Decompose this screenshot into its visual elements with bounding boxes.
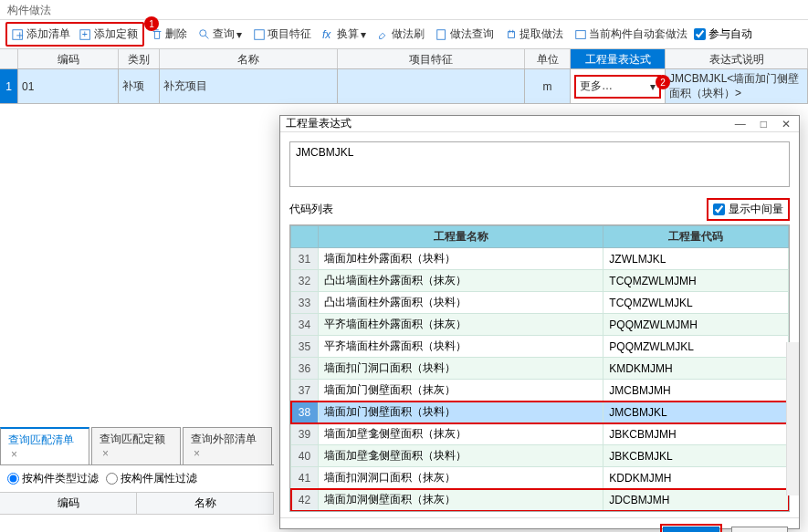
- show-mid-checkbox[interactable]: 显示中间量: [707, 198, 790, 221]
- filter-by-attr[interactable]: 按构件属性过滤: [106, 471, 197, 486]
- table-row[interactable]: 42墙面加洞侧壁面积（抹灰）JDCBMJMH: [291, 489, 789, 511]
- filter-by-type[interactable]: 按构件类型过滤: [7, 471, 99, 486]
- grid-row[interactable]: 1 01 补项 补充项目 m 更多… ▾ JMCBMJKL<墙面加门侧壁面积（块…: [0, 69, 808, 104]
- extract-button[interactable]: 提取做法: [500, 24, 568, 45]
- grid-header-expression[interactable]: 工程量表达式: [571, 49, 666, 68]
- tab-external-list[interactable]: 查询外部清单×: [183, 427, 272, 464]
- dialog-titlebar[interactable]: 工程量表达式 — □ ✕: [280, 116, 799, 132]
- table-row[interactable]: 36墙面扣门洞口面积（块料）KMDKMJMH: [291, 358, 789, 380]
- row-code[interactable]: 01: [18, 69, 119, 104]
- auto-checkbox-label: 参与自动: [708, 26, 752, 42]
- row-index: 34: [291, 314, 319, 336]
- svg-line-6: [205, 35, 209, 38]
- col-code[interactable]: 工程量代码: [603, 226, 789, 248]
- step-badge-2: 2: [656, 75, 670, 89]
- table-row[interactable]: 34平齐墙面柱外露面积（抹灰）PQQMZWLMJMH: [291, 314, 789, 336]
- row-category[interactable]: 补项: [119, 69, 160, 104]
- table-row[interactable]: 39墙面加壁龛侧壁面积（抹灰）JBKCBMJMH: [291, 423, 789, 445]
- tab-label: 查询外部清单: [191, 433, 257, 445]
- row-name: 凸出墙面柱外露面积（抹灰）: [319, 270, 603, 292]
- expression-more-button[interactable]: 更多… ▾: [574, 75, 661, 99]
- codelist-label-row: 代码列表 显示中间量: [289, 198, 790, 221]
- item-feature-button[interactable]: 项目特征: [248, 24, 316, 45]
- grid-header-desc[interactable]: 表达式说明: [666, 49, 808, 68]
- auto-checkbox[interactable]: 参与自动: [694, 26, 752, 42]
- filter-col-name[interactable]: 名称: [137, 493, 274, 514]
- dialog-buttons: 确定 取消: [660, 524, 788, 532]
- svg-text:+: +: [82, 28, 88, 39]
- filter-row: 按构件类型过滤 按构件属性过滤: [0, 465, 274, 492]
- vertical-scrollbar[interactable]: [786, 342, 799, 495]
- row-code: JMCBMJMH: [603, 380, 789, 402]
- codelist-label: 代码列表: [289, 202, 333, 217]
- tab-match-quota[interactable]: 查询匹配定额×: [91, 427, 181, 464]
- table-row[interactable]: 32凸出墙面柱外露面积（抹灰）TCQMZWLMJMH: [291, 270, 789, 292]
- toolbar-highlight-group: 添加清单 + 添加定额: [5, 22, 144, 47]
- table-row[interactable]: 41墙面扣洞洞口面积（抹灰）KDDKMJMH: [291, 467, 789, 489]
- show-mid-checkbox-input[interactable]: [713, 203, 725, 215]
- minimize-button[interactable]: —: [732, 118, 749, 130]
- query-button[interactable]: 查询 ▾: [194, 24, 247, 45]
- brush-button[interactable]: 做法刷: [373, 24, 429, 45]
- row-feature[interactable]: [338, 69, 525, 104]
- expression-dialog: 工程量表达式 — □ ✕ JMCBMJKL 代码列表 显示中间量 工程量名称 工…: [279, 115, 800, 529]
- row-code: JDCBMJMH: [603, 489, 789, 511]
- expression-input[interactable]: JMCBMJKL: [289, 141, 790, 187]
- grid-header-name[interactable]: 名称: [160, 49, 338, 68]
- feature-icon: [253, 28, 266, 41]
- table-row[interactable]: 40墙面加壁龛侧壁面积（块料）JBKCBMJKL: [291, 445, 789, 467]
- row-code: PQQMZWLMJKL: [603, 336, 789, 358]
- table-row[interactable]: 37墙面加门侧壁面积（抹灰）JMCBMJMH: [291, 380, 789, 402]
- radio-label: 按构件类型过滤: [22, 471, 99, 486]
- extract-icon: [505, 28, 518, 41]
- row-index: 32: [291, 270, 319, 292]
- table-row[interactable]: 31墙面加柱外露面积（块料）JZWLMJKL: [291, 248, 789, 270]
- code-table: 工程量名称 工程量代码 31墙面加柱外露面积（块料）JZWLMJKL32凸出墙面…: [290, 225, 789, 511]
- row-expression-cell[interactable]: 更多… ▾: [571, 69, 666, 104]
- maximize-button[interactable]: □: [758, 118, 770, 130]
- grid-header-feature[interactable]: 项目特征: [338, 49, 525, 68]
- radio-label: 按构件属性过滤: [121, 471, 197, 486]
- filter-by-attr-radio[interactable]: [106, 473, 118, 485]
- tab-match-list[interactable]: 查询匹配清单×: [0, 427, 89, 464]
- row-code: JMCBMJKL: [603, 402, 789, 423]
- cancel-button[interactable]: 取消: [731, 527, 788, 532]
- ok-button-highlight: 确定: [660, 524, 722, 532]
- add-list-button[interactable]: 添加清单: [7, 24, 75, 45]
- window-title: 构件做法: [0, 0, 808, 20]
- convert-button[interactable]: fx 换算 ▾: [318, 24, 371, 45]
- row-index: 31: [291, 248, 319, 270]
- convert-label: 换算: [337, 26, 359, 42]
- table-row[interactable]: 35平齐墙面柱外露面积（块料）PQQMZWLMJKL: [291, 336, 789, 358]
- grid-header-unit[interactable]: 单位: [525, 49, 571, 68]
- current-auto-button[interactable]: 当前构件自动套做法: [570, 24, 692, 45]
- row-code: TCQMZWLMJKL: [603, 292, 789, 314]
- svg-rect-9: [576, 30, 586, 38]
- close-icon[interactable]: ×: [11, 448, 17, 461]
- grid-header-category[interactable]: 类别: [119, 49, 160, 68]
- row-code: JZWLMJKL: [603, 248, 789, 270]
- item-feature-label: 项目特征: [268, 26, 311, 42]
- row-index: 40: [291, 445, 319, 467]
- row-name[interactable]: 补充项目: [160, 69, 338, 104]
- svg-rect-7: [255, 29, 265, 39]
- close-icon[interactable]: ×: [194, 447, 200, 460]
- close-button[interactable]: ✕: [779, 118, 793, 130]
- method-query-button[interactable]: 做法查询: [431, 24, 498, 45]
- table-row[interactable]: 38墙面加门侧壁面积（块料）JMCBMJKL: [291, 402, 789, 423]
- auto-icon: [574, 28, 587, 41]
- filter-by-type-radio[interactable]: [7, 473, 19, 485]
- grid-header-code[interactable]: 编码: [18, 49, 119, 68]
- code-table-wrap[interactable]: 工程量名称 工程量代码 31墙面加柱外露面积（块料）JZWLMJKL32凸出墙面…: [289, 224, 790, 512]
- auto-checkbox-input[interactable]: [694, 28, 706, 40]
- dropdown-icon: ▾: [236, 28, 242, 41]
- row-unit[interactable]: m: [525, 69, 571, 104]
- table-row[interactable]: 33凸出墙面柱外露面积（块料）TCQMZWLMJKL: [291, 292, 789, 314]
- row-name: 墙面加门侧壁面积（抹灰）: [319, 380, 603, 402]
- fx-icon: fx: [322, 28, 335, 41]
- ok-button[interactable]: 确定: [663, 527, 719, 532]
- col-name[interactable]: 工程量名称: [319, 226, 603, 248]
- close-icon[interactable]: ×: [102, 447, 109, 460]
- filter-col-code[interactable]: 编码: [0, 493, 137, 514]
- add-quota-button[interactable]: + 添加定额: [75, 24, 142, 45]
